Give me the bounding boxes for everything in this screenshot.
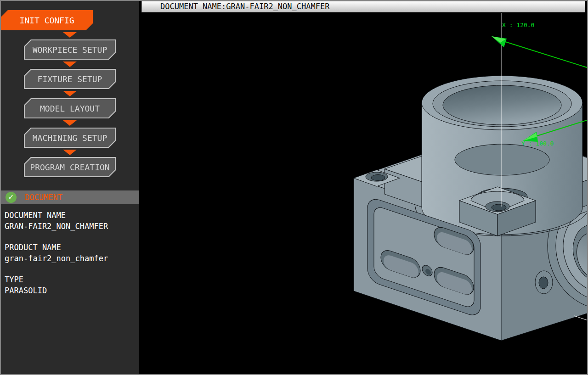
step-arrow-icon bbox=[63, 91, 77, 96]
step-label: MODEL LAYOUT bbox=[25, 99, 115, 118]
type-field: TYPE PARASOLID bbox=[5, 274, 135, 296]
corner-hole-bore bbox=[492, 204, 506, 211]
viewport-canvas[interactable]: X : 120.0 Y : 100.0 Z : 100.0 bbox=[139, 1, 588, 374]
step-init-config[interactable]: INIT CONFIG bbox=[1, 10, 93, 30]
field-value: gran-fair2_non_chamfer bbox=[5, 253, 135, 264]
workflow-stepper: INIT CONFIG WORKPIECE SETUP FIXTURE SETU… bbox=[1, 1, 139, 177]
product-name-field: PRODUCT NAME gran-fair2_non_chamfer bbox=[5, 242, 135, 264]
document-section-label: DOCUMENT bbox=[25, 193, 62, 202]
document-title-bar: DOCUMENT NAME:GRAN-FAIR2_NON_CHAMFER bbox=[141, 1, 585, 12]
field-value: GRAN-FAIR2_NON_CHAMFER bbox=[5, 221, 135, 232]
step-program-creation[interactable]: PROGRAM CREATION bbox=[24, 157, 116, 177]
corner-hole-bore bbox=[371, 175, 385, 181]
app-window: X : 120.0 Y : 100.0 Z : 100.0 DOCUMENT N… bbox=[0, 0, 588, 375]
step-arrow-icon bbox=[63, 150, 77, 155]
document-title-text: DOCUMENT NAME:GRAN-FAIR2_NON_CHAMFER bbox=[160, 2, 329, 11]
field-value: PARASOLID bbox=[5, 285, 135, 296]
field-label: DOCUMENT NAME bbox=[5, 210, 135, 221]
viewport-3d[interactable]: X : 120.0 Y : 100.0 Z : 100.0 bbox=[139, 1, 587, 374]
step-label: PROGRAM CREATION bbox=[25, 158, 115, 176]
step-label: INIT CONFIG bbox=[2, 11, 92, 29]
workflow-sidebar: INIT CONFIG WORKPIECE SETUP FIXTURE SETU… bbox=[1, 1, 139, 374]
step-label: MACHINING SETUP bbox=[25, 129, 115, 147]
document-name-field: DOCUMENT NAME GRAN-FAIR2_NON_CHAMFER bbox=[5, 210, 135, 232]
step-fixture-setup[interactable]: FIXTURE SETUP bbox=[24, 69, 116, 89]
step-label: FIXTURE SETUP bbox=[25, 70, 115, 88]
cad-model[interactable] bbox=[354, 76, 588, 341]
field-label: PRODUCT NAME bbox=[5, 242, 135, 253]
ear-hole bbox=[539, 277, 548, 289]
bore-shoulder bbox=[455, 144, 549, 175]
step-machining-setup[interactable]: MACHINING SETUP bbox=[24, 128, 116, 148]
check-icon: ✓ bbox=[6, 192, 17, 203]
step-arrow-icon bbox=[63, 62, 77, 67]
step-label: WORKPIECE SETUP bbox=[25, 40, 115, 59]
step-model-layout[interactable]: MODEL LAYOUT bbox=[24, 98, 116, 118]
step-workpiece-setup[interactable]: WORKPIECE SETUP bbox=[24, 39, 116, 60]
step-arrow-icon bbox=[63, 32, 77, 38]
cylinder-bore bbox=[443, 85, 561, 125]
document-info: DOCUMENT NAME GRAN-FAIR2_NON_CHAMFER PRO… bbox=[1, 204, 139, 296]
field-label: TYPE bbox=[5, 274, 135, 285]
x-dimension-label: X : 120.0 bbox=[502, 22, 534, 28]
y-dimension-label: Y : 100.0 bbox=[521, 140, 554, 147]
document-section-header[interactable]: ✓ DOCUMENT bbox=[1, 190, 139, 204]
step-arrow-icon bbox=[63, 120, 77, 126]
